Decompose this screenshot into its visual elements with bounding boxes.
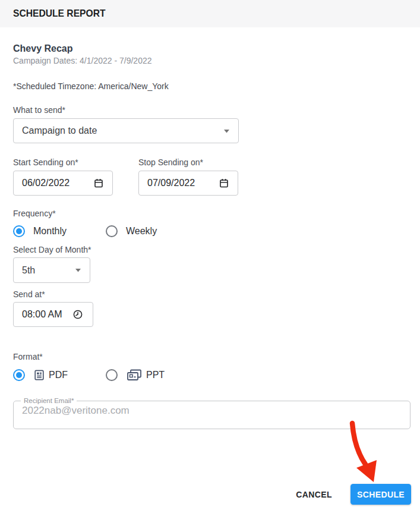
recipient-email-input[interactable]	[17, 404, 386, 423]
radio-pdf[interactable]	[13, 369, 25, 381]
stop-sending-label: Stop Sending on*	[138, 158, 203, 168]
format-pdf-label: PDF	[49, 370, 68, 380]
recipient-email-label: Recipient Email*	[21, 397, 77, 404]
start-date-input[interactable]: 06/02/2022	[13, 171, 113, 196]
start-sending-label: Start Sending on*	[13, 158, 138, 168]
frequency-option-weekly[interactable]: Weekly	[106, 225, 157, 237]
send-at-value: 08:00 AM	[22, 309, 62, 320]
radio-ppt[interactable]	[106, 369, 118, 381]
send-at-time-input[interactable]: 08:00 AM	[13, 302, 93, 327]
stop-date-input[interactable]: 07/09/2022	[138, 171, 238, 196]
frequency-options: Monthly Weekly	[13, 225, 407, 237]
schedule-report-form: Chevy Recap Campaign Dates: 4/1/2022 - 7…	[0, 43, 420, 505]
day-of-month-select[interactable]: 5th	[13, 257, 90, 283]
cancel-button[interactable]: CANCEL	[296, 490, 332, 499]
report-name: Chevy Recap	[13, 43, 407, 54]
calendar-icon[interactable]	[93, 178, 104, 188]
chevron-down-icon[interactable]	[75, 268, 81, 272]
campaign-dates: Campaign Dates: 4/1/2022 - 7/9/2022	[13, 56, 407, 66]
pdf-document-icon	[33, 369, 45, 381]
recipient-email-field: Recipient Email*	[13, 397, 410, 429]
stop-date-value: 07/09/2022	[147, 178, 195, 188]
dialog-header: SCHEDULE REPORT	[0, 0, 420, 27]
format-ppt-label: PPT	[146, 370, 165, 380]
radio-weekly-label: Weekly	[126, 226, 157, 237]
what-to-send-select[interactable]: Campaign to date	[13, 118, 239, 143]
what-to-send-label: What to send*	[13, 105, 407, 115]
send-at-label: Send at*	[13, 289, 407, 300]
radio-monthly[interactable]	[13, 225, 25, 237]
start-date-value: 06/02/2022	[22, 178, 70, 188]
frequency-label: Frequency*	[13, 209, 407, 219]
what-to-send-value: Campaign to date	[22, 125, 97, 136]
day-of-month-label: Select Day of Month*	[13, 245, 407, 255]
format-option-pdf[interactable]: PDF	[13, 369, 106, 381]
dialog-actions: CANCEL SCHEDULE	[13, 484, 411, 505]
format-options: PDF PPT	[13, 369, 407, 382]
dialog-title: SCHEDULE REPORT	[13, 8, 106, 20]
radio-monthly-label: Monthly	[33, 226, 67, 237]
schedule-button[interactable]: SCHEDULE	[350, 484, 411, 505]
format-option-ppt[interactable]: PPT	[106, 369, 165, 382]
clock-icon[interactable]	[72, 309, 83, 320]
format-label: Format*	[13, 352, 407, 362]
calendar-icon[interactable]	[219, 178, 229, 188]
radio-weekly[interactable]	[106, 225, 118, 237]
ppt-slides-icon	[126, 369, 143, 382]
timezone-note: *Scheduled Timezone: America/New_York	[13, 81, 407, 92]
frequency-option-monthly[interactable]: Monthly	[13, 225, 106, 237]
chevron-down-icon[interactable]	[223, 129, 230, 133]
day-of-month-value: 5th	[22, 265, 35, 276]
